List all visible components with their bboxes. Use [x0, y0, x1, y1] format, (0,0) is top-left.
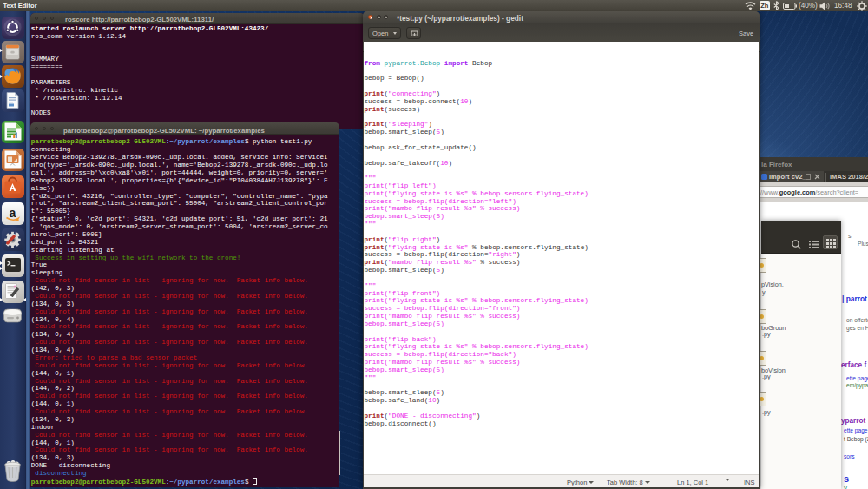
svg-text:a: a	[10, 206, 16, 220]
